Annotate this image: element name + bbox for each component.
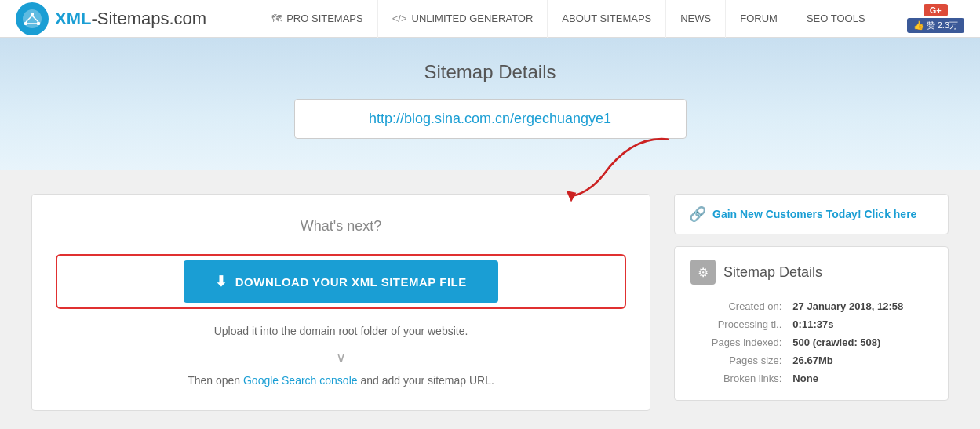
sitemap-url[interactable]: http://blog.sina.com.cn/ergechuangye1 bbox=[294, 99, 687, 139]
field-value: 26.67Mb bbox=[789, 351, 932, 369]
header: XML-Sitemaps.com 🗺 PRO SITEMAPS </> UNLI… bbox=[0, 0, 980, 38]
external-link-icon: 🔗 bbox=[689, 205, 706, 223]
svg-rect-1 bbox=[31, 13, 34, 16]
click-here-link[interactable]: Click here bbox=[864, 208, 916, 220]
gain-customers-box: 🔗 Gain New Customers Today! Click here bbox=[674, 194, 949, 234]
field-value: 500 (crawled: 508) bbox=[789, 333, 932, 351]
download-button[interactable]: ⬇ DOWNLOAD YOUR XML SITEMAP FILE bbox=[184, 260, 498, 303]
table-row: Processing ti..0:11:37s bbox=[690, 315, 932, 333]
nav-item-about-sitemaps[interactable]: ABOUT SITEMAPS bbox=[548, 0, 666, 38]
nav-item-seo-tools[interactable]: SEO TOOLS bbox=[792, 0, 880, 38]
main-content: What's next? ⬇ DOWNLOAD YOUR XML SITEMAP… bbox=[0, 170, 980, 429]
chevron-down-icon: ∨ bbox=[56, 349, 626, 366]
hero-section: Sitemap Details http://blog.sina.com.cn/… bbox=[0, 38, 980, 170]
logo-icon bbox=[16, 2, 49, 35]
field-label: Pages indexed: bbox=[690, 333, 789, 351]
svg-rect-2 bbox=[24, 22, 27, 25]
gear-icon: ⚙ bbox=[690, 260, 716, 285]
upload-instruction: Upload it into the domain root folder of… bbox=[56, 325, 626, 337]
nav-item-news[interactable]: NEWS bbox=[666, 0, 726, 38]
download-button-wrapper: ⬇ DOWNLOAD YOUR XML SITEMAP FILE bbox=[56, 254, 626, 309]
right-panel: 🔗 Gain New Customers Today! Click here ⚙… bbox=[674, 194, 949, 411]
table-row: Broken links:None bbox=[690, 369, 932, 387]
field-value: 0:11:37s bbox=[789, 315, 932, 333]
then-instruction: Then open Google Search console and add … bbox=[56, 374, 626, 387]
sitemap-details-header: ⚙ Sitemap Details bbox=[690, 260, 932, 285]
sitemap-details-table: Created on:27 January 2018, 12:58Process… bbox=[690, 297, 932, 387]
field-label: Processing ti.. bbox=[690, 315, 789, 333]
logo-text: XML-Sitemaps.com bbox=[55, 9, 206, 29]
code-icon: </> bbox=[392, 13, 407, 24]
main-nav: 🗺 PRO SITEMAPS </> UNLIMITED GENERATOR A… bbox=[238, 0, 898, 38]
sitemap-details-box: ⚙ Sitemap Details Created on:27 January … bbox=[674, 246, 949, 401]
svg-point-0 bbox=[23, 9, 42, 28]
table-row: Pages indexed:500 (crawled: 508) bbox=[690, 333, 932, 351]
svg-rect-3 bbox=[37, 22, 40, 25]
left-panel: What's next? ⬇ DOWNLOAD YOUR XML SITEMAP… bbox=[31, 194, 650, 411]
download-icon: ⬇ bbox=[215, 273, 228, 290]
sitemap-details-title: Sitemap Details bbox=[723, 264, 822, 281]
field-label: Broken links: bbox=[690, 369, 789, 387]
whats-next-title: What's next? bbox=[56, 218, 626, 234]
map-icon: 🗺 bbox=[271, 13, 282, 24]
svg-marker-7 bbox=[567, 191, 577, 202]
facebook-like-button[interactable]: 👍 赞 2.3万 bbox=[907, 18, 964, 33]
logo[interactable]: XML-Sitemaps.com bbox=[16, 2, 206, 35]
field-value: 27 January 2018, 12:58 bbox=[789, 297, 932, 315]
field-value: None bbox=[789, 369, 932, 387]
gain-customers-text: Gain New Customers Today! Click here bbox=[712, 208, 916, 220]
hero-title: Sitemap Details bbox=[16, 61, 964, 83]
nav-item-pro-sitemaps[interactable]: 🗺 PRO SITEMAPS bbox=[257, 0, 378, 38]
google-plus-button[interactable]: G+ bbox=[924, 4, 948, 16]
field-label: Created on: bbox=[690, 297, 789, 315]
field-label: Pages size: bbox=[690, 351, 789, 369]
table-row: Pages size:26.67Mb bbox=[690, 351, 932, 369]
nav-item-forum[interactable]: FORUM bbox=[726, 0, 792, 38]
google-search-console-link[interactable]: Google Search console bbox=[243, 374, 358, 387]
table-row: Created on:27 January 2018, 12:58 bbox=[690, 297, 932, 315]
nav-item-unlimited-generator[interactable]: </> UNLIMITED GENERATOR bbox=[378, 0, 548, 38]
social-buttons: G+ 👍 赞 2.3万 bbox=[907, 4, 964, 33]
